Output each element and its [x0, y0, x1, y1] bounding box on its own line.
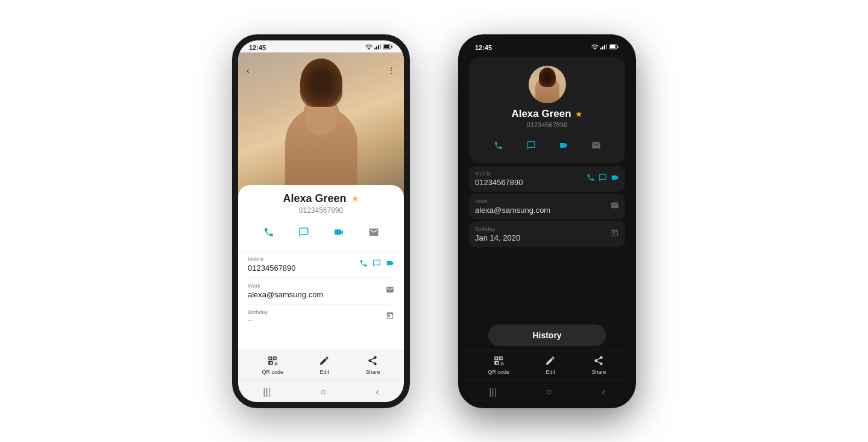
wifi-icon-light — [365, 44, 373, 51]
qr-code-button-dark[interactable]: QR code — [488, 355, 510, 375]
email-button-light[interactable] — [362, 221, 385, 244]
nav-back-light[interactable]: ‹ — [376, 387, 379, 397]
dark-birthday-label: Birthday — [475, 226, 619, 232]
dark-mobile-msg-icon[interactable] — [599, 174, 607, 184]
svg-rect-10 — [606, 44, 607, 49]
dark-contact-phone: 01234567890 — [527, 121, 567, 128]
bottom-toolbar-dark: QR code Edit Share — [464, 350, 630, 380]
edit-icon-dark — [545, 355, 556, 368]
birthday-calendar-icon[interactable] — [386, 311, 394, 321]
share-button-dark[interactable]: Share — [591, 355, 606, 375]
dark-content: Alexa Green ★ 01234567890 — [464, 52, 630, 402]
share-icon-dark — [593, 355, 604, 368]
dark-work-mail-icon[interactable] — [611, 201, 619, 212]
battery-icon-light — [383, 44, 393, 51]
work-label: Work — [248, 283, 394, 289]
qr-code-button-light[interactable]: QR code — [262, 355, 284, 375]
mobile-detail-row: Mobile 01234567890 — [248, 251, 394, 278]
dark-message-button[interactable] — [520, 134, 542, 156]
svg-rect-6 — [384, 45, 389, 48]
signal-icon-dark — [600, 44, 608, 51]
battery-icon-dark — [609, 44, 619, 51]
dark-mobile-video-icon[interactable] — [611, 174, 619, 184]
edit-label-dark: Edit — [546, 369, 555, 375]
dark-work-actions — [611, 201, 619, 212]
dark-mobile-call-icon[interactable] — [587, 174, 595, 184]
nav-menu-light[interactable]: ||| — [263, 387, 270, 397]
dark-work-value: alexa@samsung.com — [475, 206, 619, 215]
favorite-star-light[interactable]: ★ — [351, 194, 359, 203]
wifi-icon-dark — [591, 44, 599, 51]
svg-rect-9 — [604, 45, 605, 49]
history-btn-container: History — [464, 320, 630, 350]
dark-call-button[interactable] — [488, 134, 509, 156]
top-nav-light: ‹ ⋮ — [238, 66, 404, 75]
svg-rect-5 — [392, 46, 393, 48]
divider-light — [238, 251, 404, 251]
dark-birthday-actions — [611, 229, 619, 239]
work-detail-row: Work alexa@samsung.com — [248, 278, 394, 305]
dark-avatar — [529, 66, 566, 103]
mobile-video-icon[interactable] — [386, 259, 394, 270]
contact-info-card-light: Alexa Green ★ 01234567890 — [238, 185, 404, 251]
svg-rect-0 — [374, 48, 376, 49]
status-time-light: 12:45 — [249, 44, 266, 51]
history-button[interactable]: History — [488, 324, 605, 346]
back-button-light[interactable]: ‹ — [247, 66, 250, 75]
dark-details: Mobile 01234567890 — [464, 166, 630, 320]
video-button-light[interactable] — [327, 221, 350, 244]
qr-icon-dark — [493, 355, 504, 368]
status-bar-dark: 12:45 — [464, 40, 630, 52]
mobile-call-icon[interactable] — [359, 259, 368, 270]
birthday-detail-row: Birthday ··· — [248, 305, 394, 329]
qr-icon-light — [267, 355, 278, 368]
birthday-label: Birthday — [248, 309, 394, 315]
contact-name-light: Alexa Green — [283, 192, 346, 205]
svg-rect-3 — [380, 44, 381, 49]
nav-bar-dark: ||| ○ ‹ — [464, 380, 630, 402]
bottom-toolbar-light: QR code Edit Share — [238, 350, 404, 380]
dark-birthday-row: Birthday Jan 14, 2020 — [469, 221, 625, 247]
qr-label-dark: QR code — [488, 369, 510, 375]
status-icons-dark — [591, 44, 619, 51]
contact-photo-light: ‹ ⋮ — [238, 52, 404, 197]
dark-phone-screen: 12:45 — [464, 40, 630, 402]
light-phone-screen: 12:45 — [238, 40, 404, 402]
nav-home-dark[interactable]: ○ — [546, 387, 552, 397]
dark-birthday-calendar-icon[interactable] — [611, 229, 619, 239]
birthday-actions — [386, 311, 394, 321]
edit-button-dark[interactable]: Edit — [545, 355, 556, 375]
qr-label-light: QR code — [262, 369, 284, 375]
dark-work-row: Work alexa@samsung.com — [469, 194, 625, 219]
dark-name-row: Alexa Green ★ — [511, 108, 582, 120]
nav-home-light[interactable]: ○ — [320, 387, 326, 397]
name-row-light: Alexa Green ★ — [248, 192, 394, 205]
work-actions — [386, 286, 394, 296]
dark-birthday-value: Jan 14, 2020 — [475, 233, 619, 242]
share-button-light[interactable]: Share — [365, 355, 380, 375]
nav-menu-dark[interactable]: ||| — [489, 387, 496, 397]
dark-action-buttons — [488, 134, 607, 156]
share-label-light: Share — [365, 369, 380, 375]
dark-favorite-star[interactable]: ★ — [575, 109, 583, 119]
action-buttons-light — [248, 221, 394, 244]
edit-button-light[interactable]: Edit — [319, 355, 330, 375]
nav-back-dark[interactable]: ‹ — [602, 387, 605, 397]
message-button-light[interactable] — [292, 221, 315, 244]
work-mail-icon[interactable] — [386, 286, 394, 296]
work-value: alexa@samsung.com — [248, 290, 394, 299]
dark-contact-name: Alexa Green — [511, 108, 571, 120]
more-button-light[interactable]: ⋮ — [387, 66, 395, 75]
status-icons-light — [365, 44, 393, 51]
share-label-dark: Share — [591, 369, 606, 375]
dark-email-button[interactable] — [585, 134, 607, 156]
mobile-msg-icon[interactable] — [373, 259, 381, 270]
svg-rect-8 — [602, 46, 603, 49]
mobile-actions — [359, 259, 394, 270]
svg-rect-13 — [610, 45, 615, 48]
edit-icon-light — [319, 355, 330, 368]
dark-work-label: Work — [475, 198, 619, 204]
dark-video-button[interactable] — [553, 134, 574, 156]
svg-rect-12 — [618, 46, 619, 48]
call-button-light[interactable] — [257, 221, 280, 244]
